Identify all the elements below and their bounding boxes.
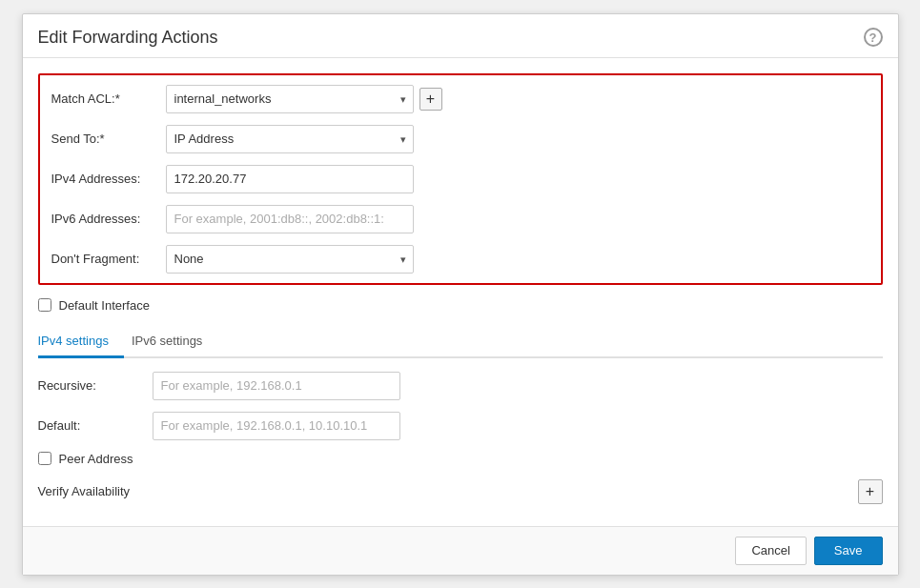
dont-fragment-control-wrapper: None ▾ (166, 245, 869, 274)
match-acl-row: Match ACL:* internal_networks ▾ + (51, 85, 869, 113)
cancel-button[interactable]: Cancel (735, 537, 806, 565)
tab-ipv6-settings[interactable]: IPv6 settings (132, 326, 217, 358)
match-acl-select[interactable]: internal_networks (166, 85, 414, 113)
dont-fragment-label: Don't Fragment: (51, 252, 166, 266)
ipv6-addresses-label: IPv6 Addresses: (51, 212, 166, 226)
send-to-control-wrapper: IP Address ▾ (166, 125, 869, 153)
dont-fragment-select[interactable]: None (166, 245, 414, 274)
recursive-input[interactable] (153, 372, 400, 400)
forwarding-config-section: Match ACL:* internal_networks ▾ + Send T… (38, 73, 883, 285)
match-acl-control-wrapper: internal_networks ▾ + (166, 85, 869, 113)
match-acl-label: Match ACL:* (51, 91, 166, 106)
default-interface-label: Default Interface (59, 298, 150, 313)
peer-address-label: Peer Address (59, 452, 133, 466)
default-label: Default: (38, 418, 153, 433)
match-acl-select-wrapper: internal_networks ▾ (166, 85, 414, 113)
dialog-body: Match ACL:* internal_networks ▾ + Send T… (23, 58, 898, 526)
dont-fragment-row: Don't Fragment: None ▾ (51, 245, 869, 274)
send-to-label: Send To:* (51, 132, 166, 146)
peer-address-checkbox[interactable] (38, 452, 51, 465)
dialog-title: Edit Forwarding Actions (38, 28, 218, 48)
verify-availability-label: Verify Availability (38, 484, 131, 498)
default-input[interactable] (153, 412, 400, 440)
default-interface-checkbox[interactable] (38, 298, 51, 312)
recursive-label: Recursive: (38, 378, 153, 393)
dont-fragment-select-wrapper: None ▾ (166, 245, 414, 274)
help-icon[interactable]: ? (864, 28, 883, 47)
tabs-nav: IPv4 settings IPv6 settings (38, 326, 883, 358)
send-to-row: Send To:* IP Address ▾ (51, 125, 869, 153)
tab-ipv4-settings[interactable]: IPv4 settings (38, 326, 124, 358)
save-button[interactable]: Save (814, 537, 883, 565)
ipv6-addresses-input[interactable] (166, 205, 414, 233)
ipv6-addresses-row: IPv6 Addresses: (51, 205, 869, 233)
recursive-control-wrapper (153, 372, 883, 400)
ipv4-addresses-input[interactable] (166, 165, 414, 193)
settings-tabs-container: IPv4 settings IPv6 settings Recursive: D… (38, 326, 883, 504)
ipv4-addresses-row: IPv4 Addresses: (51, 165, 869, 193)
send-to-select[interactable]: IP Address (166, 125, 414, 153)
tab-ipv4-content: Recursive: Default: Peer Address (38, 372, 883, 504)
verify-availability-add-button[interactable]: + (858, 479, 883, 504)
default-control-wrapper (153, 412, 883, 440)
default-row: Default: (38, 412, 883, 440)
default-interface-row: Default Interface (38, 298, 883, 313)
verify-availability-row: Verify Availability + (38, 479, 883, 504)
ipv4-addresses-label: IPv4 Addresses: (51, 172, 166, 186)
dialog-footer: Cancel Save (23, 526, 898, 575)
edit-forwarding-actions-dialog: Edit Forwarding Actions ? Match ACL:* in… (22, 13, 899, 576)
match-acl-add-button[interactable]: + (419, 88, 442, 111)
dialog-header: Edit Forwarding Actions ? (23, 14, 898, 58)
recursive-row: Recursive: (38, 372, 883, 400)
ipv4-addresses-control-wrapper (166, 165, 869, 193)
ipv6-addresses-control-wrapper (166, 205, 869, 233)
peer-address-row: Peer Address (38, 452, 883, 466)
send-to-select-wrapper: IP Address ▾ (166, 125, 414, 153)
